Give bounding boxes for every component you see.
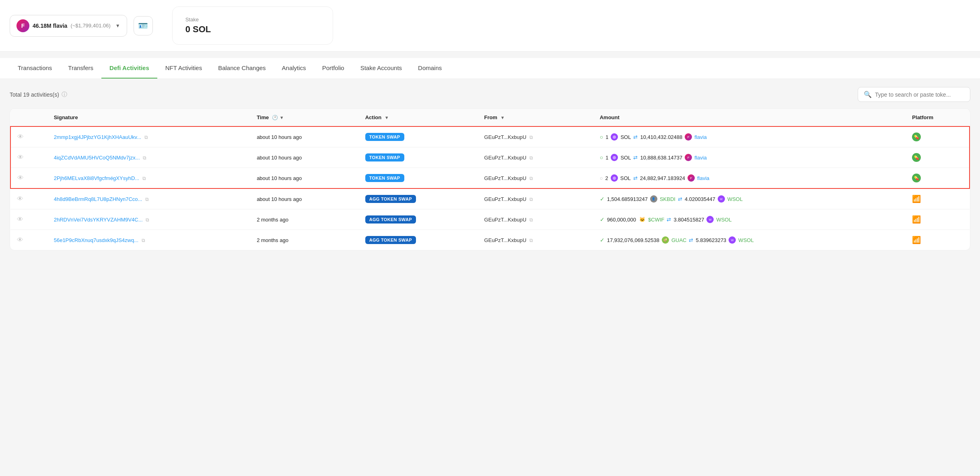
swap-icon: ⇄ bbox=[633, 155, 638, 161]
tab-stake-accounts[interactable]: Stake Accounts bbox=[352, 58, 410, 79]
platform-icon: 💊 bbox=[912, 153, 921, 162]
row-amount: ✓ 960,000,000 🐱 $CWIF ⇄ 3.804515827 W WS… bbox=[593, 209, 906, 230]
activity-count: Total 19 activities(s) ⓘ bbox=[10, 91, 67, 98]
search-icon: 🔍 bbox=[864, 91, 872, 98]
wsol-token-icon: W bbox=[706, 216, 714, 223]
copy-icon[interactable]: ⧉ bbox=[529, 135, 533, 140]
tab-balance-changes[interactable]: Balance Changes bbox=[210, 58, 274, 79]
row-signature: 2hRDVnVei7VdsYKRYVZAHM9V4C... ⧉ bbox=[47, 209, 250, 230]
info-icon[interactable]: ⓘ bbox=[62, 91, 67, 98]
row-from: GEuPzT...KxbupU ⧉ bbox=[478, 126, 593, 147]
check-icon: ✓ bbox=[600, 216, 605, 223]
row-action: TOKEN SWAP bbox=[359, 126, 478, 147]
user-avatar: F bbox=[685, 133, 692, 141]
eye-icon[interactable]: 👁 bbox=[17, 154, 24, 161]
tab-portfolio[interactable]: Portfolio bbox=[314, 58, 352, 79]
from-address: GEuPzT...KxbupU bbox=[484, 196, 527, 202]
stake-label: Stake bbox=[185, 17, 320, 23]
token-link[interactable]: $CWIF bbox=[648, 217, 664, 223]
tab-defi-activities[interactable]: Defi Activities bbox=[101, 58, 157, 79]
user-link[interactable]: flavia bbox=[694, 155, 706, 161]
platform-icon: 💊 bbox=[912, 132, 921, 141]
signature-link[interactable]: 56e1P9cRbXnuq7usdxk9qJS4zwq... bbox=[54, 237, 138, 243]
row-action: TOKEN SWAP bbox=[359, 168, 478, 189]
copy-icon[interactable]: ⧉ bbox=[142, 238, 145, 243]
tab-analytics[interactable]: Analytics bbox=[274, 58, 314, 79]
row-eye: 👁 bbox=[10, 188, 47, 209]
wsol-link[interactable]: WSOL bbox=[716, 217, 731, 223]
user-link[interactable]: flavia bbox=[694, 134, 706, 140]
amount-qty: 960,000,000 bbox=[607, 217, 636, 223]
row-from: GEuPzT...KxbupU ⧉ bbox=[478, 230, 593, 250]
row-platform: 📶 bbox=[906, 209, 970, 230]
copy-icon[interactable]: ⧉ bbox=[529, 238, 533, 243]
tab-transactions[interactable]: Transactions bbox=[10, 58, 60, 79]
platform-icon: 💊 bbox=[912, 174, 921, 182]
tab-nft-activities[interactable]: NFT Activities bbox=[157, 58, 210, 79]
time-filter-icon[interactable]: ▼ bbox=[280, 115, 284, 120]
signature-link[interactable]: 2hRDVnVei7VdsYKRYVZAHM9V4C... bbox=[54, 217, 143, 223]
wallet-icon-button[interactable]: 🪪 bbox=[134, 16, 153, 35]
signature-link[interactable]: 2mmp1xgj4JPjbzYG1KjhXHAauUkv... bbox=[54, 134, 141, 140]
tab-transfers[interactable]: Transfers bbox=[60, 58, 101, 79]
copy-icon[interactable]: ⧉ bbox=[529, 155, 533, 161]
row-amount: ○ 1 ◎ SOL ⇄ 10,410,432.02488 F flavia bbox=[593, 126, 906, 147]
token-link[interactable]: SKBDI bbox=[660, 196, 675, 202]
eye-icon[interactable]: 👁 bbox=[17, 195, 23, 202]
col-eye bbox=[10, 109, 47, 126]
row-platform: 💊 bbox=[906, 147, 970, 168]
amount-token: SOL bbox=[620, 175, 631, 181]
copy-icon[interactable]: ⧉ bbox=[146, 217, 149, 223]
row-platform: 📶 bbox=[906, 230, 970, 250]
eye-icon[interactable]: 👁 bbox=[17, 174, 24, 181]
copy-icon[interactable]: ⧉ bbox=[143, 155, 146, 161]
wsol-link[interactable]: WSOL bbox=[738, 237, 754, 243]
wallet-avatar: F bbox=[16, 19, 29, 32]
row-amount: ✓ 1,504.685913247 👤 SKBDI ⇄ 4.020035447 … bbox=[593, 188, 906, 209]
amount-qty: 1 bbox=[605, 155, 608, 161]
from-address: GEuPzT...KxbupU bbox=[484, 155, 527, 161]
wallet-selector[interactable]: F 46.18M flavia (~$1,799,401.06) ▼ bbox=[10, 15, 127, 37]
search-box[interactable]: 🔍 bbox=[858, 87, 970, 102]
from-filter-icon[interactable]: ▼ bbox=[500, 115, 505, 120]
copy-icon[interactable]: ⧉ bbox=[529, 197, 533, 202]
check-icon: ○ bbox=[600, 134, 603, 140]
copy-icon[interactable]: ⧉ bbox=[529, 176, 533, 181]
action-badge: TOKEN SWAP bbox=[365, 153, 404, 161]
action-badge: AGG TOKEN SWAP bbox=[365, 215, 416, 224]
eye-icon[interactable]: 👁 bbox=[17, 133, 24, 140]
action-filter-icon[interactable]: ▼ bbox=[385, 115, 389, 120]
col-amount: Amount bbox=[593, 109, 906, 126]
signature-link[interactable]: 4iqZCdVdAMU5HVCoQ5NMdv7jzx... bbox=[54, 155, 140, 161]
user-avatar: F bbox=[685, 154, 692, 161]
sol-token-icon: ◎ bbox=[611, 154, 618, 161]
wsol-link[interactable]: WSOL bbox=[727, 196, 743, 202]
row-time: about 10 hours ago bbox=[250, 126, 359, 147]
wsol-token-icon: W bbox=[729, 236, 736, 244]
row-time: 2 months ago bbox=[250, 230, 359, 250]
eye-icon[interactable]: 👁 bbox=[17, 236, 23, 243]
signature-link[interactable]: 2Pjh6MELvaX8i8VfgcfmégXYsyhD... bbox=[54, 175, 139, 181]
copy-icon[interactable]: ⧉ bbox=[142, 176, 146, 181]
token-link[interactable]: GUAC bbox=[671, 237, 687, 243]
search-input[interactable] bbox=[875, 91, 964, 98]
row-from: GEuPzT...KxbupU ⧉ bbox=[478, 168, 593, 189]
user-link[interactable]: flavia bbox=[697, 175, 709, 181]
row-eye: 👁 bbox=[10, 230, 47, 250]
tab-domains[interactable]: Domains bbox=[410, 58, 450, 79]
eye-icon[interactable]: 👁 bbox=[17, 216, 23, 223]
table-row: 👁 2mmp1xgj4JPjbzYG1KjhXHAauUkv... ⧉ abou… bbox=[10, 126, 970, 147]
action-badge: AGG TOKEN SWAP bbox=[365, 195, 416, 203]
table-row: 👁 4iqZCdVdAMU5HVCoQ5NMdv7jzx... ⧉ about … bbox=[10, 147, 970, 168]
check-icon: ✓ bbox=[600, 237, 605, 243]
copy-icon[interactable]: ⧉ bbox=[145, 197, 149, 202]
check-icon: ✓ bbox=[600, 196, 605, 202]
swap-icon: ⇄ bbox=[689, 237, 693, 243]
copy-icon[interactable]: ⧉ bbox=[529, 217, 533, 223]
copy-icon[interactable]: ⧉ bbox=[144, 135, 148, 140]
row-amount: ○ 2 ◎ SOL ⇄ 24,882,947.183924 F flavia bbox=[593, 168, 906, 189]
signature-link[interactable]: 4h8d9BeBrmRq8L7U8pZHNyn7Cco... bbox=[54, 196, 142, 202]
col-time: Time 🕐▼ bbox=[250, 109, 359, 126]
row-eye: 👁 bbox=[10, 209, 47, 230]
table-row: 👁 2hRDVnVei7VdsYKRYVZAHM9V4C... ⧉ 2 mont… bbox=[10, 209, 970, 230]
